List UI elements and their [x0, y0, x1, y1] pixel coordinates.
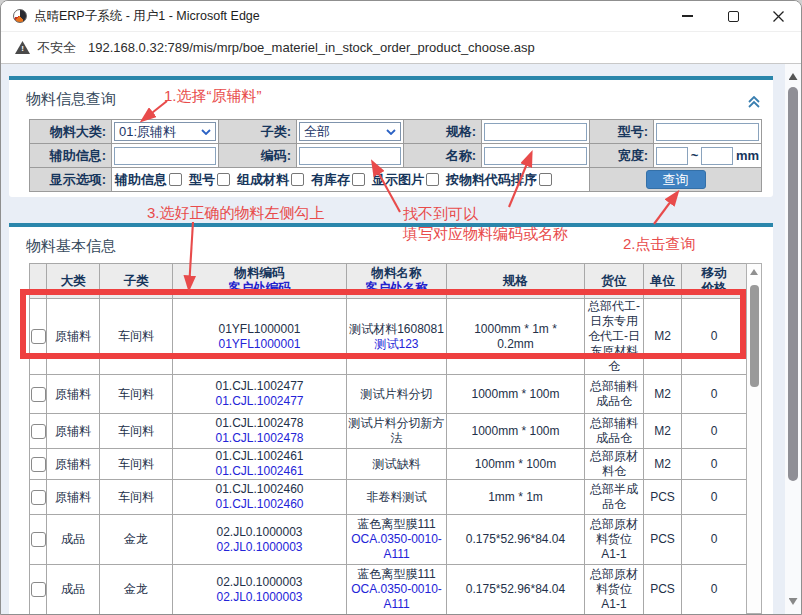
cell-code: 02.JL0.100000302.JL0.1000003: [173, 565, 347, 615]
cell-category: 原辅料: [47, 375, 100, 414]
cell-spec: 0.175*52.96*84.04: [447, 515, 585, 565]
cell-unit: PCS: [644, 515, 682, 565]
cell-name: 非卷料测试: [347, 480, 447, 515]
display-option-checkbox[interactable]: [426, 173, 439, 186]
url-text[interactable]: 192.168.0.32:789/mis/mrp/boe_materiel_in…: [88, 40, 535, 55]
code-label: 编码:: [219, 144, 297, 168]
table-scrollbar-thumb[interactable]: [750, 285, 759, 387]
code-input[interactable]: [299, 147, 401, 165]
annotation-hint-line1: 找不到可以: [403, 205, 478, 224]
cell-category: 成品: [47, 565, 100, 615]
collapse-panel-icon[interactable]: [747, 94, 761, 106]
security-warning-label: 不安全: [37, 39, 76, 57]
display-option-label: 按物料代码排序: [446, 171, 537, 189]
app-favicon-icon: [13, 9, 27, 23]
results-panel: 物料基本信息 大类子类物料编码客户处编码物料名称客户处名称规格货位单位移动价格 …: [9, 223, 773, 614]
cell-select: [30, 480, 47, 515]
name-input[interactable]: [484, 147, 587, 165]
display-option-checkbox[interactable]: [291, 173, 304, 186]
cell-price: 0: [682, 480, 747, 515]
display-option-label: 型号: [189, 171, 215, 189]
page-scroll-up-icon[interactable]: [789, 73, 798, 80]
display-option-checkbox[interactable]: [352, 173, 365, 186]
row-checkbox[interactable]: [31, 490, 46, 505]
model-input[interactable]: [656, 123, 759, 141]
cell-location: 总部原材料仓: [585, 449, 644, 480]
cell-unit: M2: [644, 375, 682, 414]
cell-unit: M2: [644, 449, 682, 480]
material-class-label: 物料大类:: [30, 120, 112, 144]
cell-select: [30, 375, 47, 414]
cell-name: 测试片料分切: [347, 375, 447, 414]
row-checkbox[interactable]: [31, 457, 46, 472]
width-label: 宽度:: [590, 144, 654, 168]
row-checkbox[interactable]: [31, 424, 46, 439]
chevron-down-icon: [201, 129, 211, 135]
minimize-button[interactable]: [672, 1, 702, 31]
cell-spec: 100mm * 100m: [447, 449, 585, 480]
model-label: 型号:: [590, 120, 654, 144]
cell-spec: 1000mm * 100m: [447, 414, 585, 449]
cell-code: 02.JL0.100000302.JL0.1000003: [173, 515, 347, 565]
row-checkbox[interactable]: [31, 387, 46, 402]
display-options: 辅助信息型号组成材料有库存显示图片按物料代码排序: [115, 171, 589, 189]
aux-info-input[interactable]: [114, 147, 216, 165]
table-row: 成品金龙02.JL0.100000302.JL0.1000003蓝色离型膜111…: [30, 515, 747, 565]
display-option-checkbox[interactable]: [539, 173, 552, 186]
display-option: 按物料代码排序: [446, 171, 552, 189]
cell-unit: PCS: [644, 480, 682, 515]
cell-category: 原辅料: [47, 414, 100, 449]
table-scrollbar[interactable]: [746, 263, 762, 614]
scroll-up-icon[interactable]: [750, 269, 758, 275]
display-options-label: 显示选项:: [30, 168, 112, 192]
cell-price: 0: [682, 414, 747, 449]
width-max-input[interactable]: [701, 147, 733, 165]
page-scrollbar[interactable]: [785, 64, 801, 614]
annotation-step1: 1.选择“原辅料”: [164, 87, 262, 106]
display-option-checkbox[interactable]: [217, 173, 230, 186]
row-checkbox[interactable]: [31, 582, 46, 597]
table-row: 原辅料车间料01.CJL.100247701.CJL.1002477测试片料分切…: [30, 375, 747, 414]
cell-name: 蓝色离型膜111OCA.0350-0010-A111: [347, 515, 447, 565]
window-title: 点晴ERP子系统 - 用户1 - Microsoft Edge: [34, 8, 260, 25]
cell-select: [30, 515, 47, 565]
table-row: 原辅料车间料01.CJL.100246001.CJL.1002460非卷料测试1…: [30, 480, 747, 515]
display-option: 辅助信息: [115, 171, 182, 189]
cell-name: 测试缺料: [347, 449, 447, 480]
maximize-button[interactable]: [718, 1, 748, 31]
display-option-checkbox[interactable]: [169, 173, 182, 186]
address-bar[interactable]: ! 不安全 192.168.0.32:789/mis/mrp/boe_mater…: [1, 31, 801, 64]
minimize-icon: [682, 15, 693, 17]
browser-window: 点晴ERP子系统 - 用户1 - Microsoft Edge ! 不安全 19…: [0, 0, 802, 615]
cell-location: 总部辅料成品仓: [585, 375, 644, 414]
row-checkbox[interactable]: [31, 532, 46, 547]
display-option: 组成材料: [237, 171, 304, 189]
width-unit-label: mm: [736, 148, 759, 163]
cell-location: 总部原材料货位 A1-1: [585, 515, 644, 565]
page-scrollbar-thumb[interactable]: [788, 87, 798, 481]
subclass-select[interactable]: 全部: [299, 122, 401, 141]
cell-select: [30, 414, 47, 449]
display-option: 显示图片: [372, 171, 439, 189]
cell-location: 总部半成品仓: [585, 480, 644, 515]
page-scroll-down-icon[interactable]: [789, 598, 798, 605]
cell-location: 总部原材料货位 A1-1: [585, 565, 644, 615]
query-button-cell: 查询: [590, 168, 762, 192]
query-button[interactable]: 查询: [646, 170, 706, 189]
cell-name: 测试片料分切新方法: [347, 414, 447, 449]
display-option-label: 组成材料: [237, 171, 289, 189]
cell-spec: 1000mm * 100m: [447, 375, 585, 414]
cell-unit: PCS: [644, 565, 682, 615]
display-option: 型号: [189, 171, 230, 189]
cell-subcategory: 金龙: [100, 515, 173, 565]
annotation-hint-line2: 填写对应物料编码或名称: [403, 225, 568, 244]
cell-select: [30, 565, 47, 615]
spec-input[interactable]: [484, 123, 587, 141]
material-class-select[interactable]: 01:原辅料: [114, 122, 216, 141]
cell-code: 01.CJL.100246101.CJL.1002461: [173, 449, 347, 480]
close-button[interactable]: [763, 1, 793, 31]
spec-label: 规格:: [404, 120, 482, 144]
table-row: 原辅料车间料01.CJL.100247801.CJL.1002478测试片料分切…: [30, 414, 747, 449]
width-min-input[interactable]: [656, 147, 688, 165]
display-option-label: 显示图片: [372, 171, 424, 189]
